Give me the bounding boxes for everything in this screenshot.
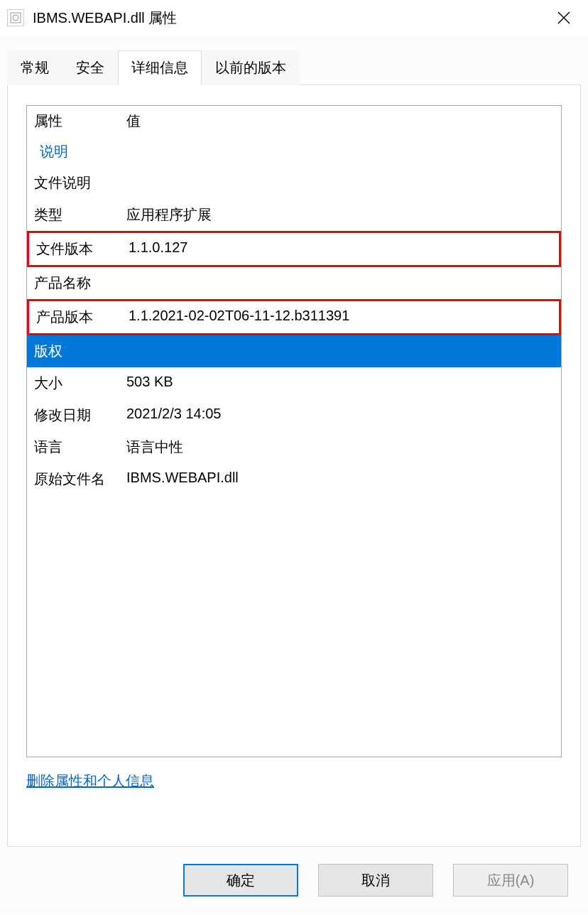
- row-value: 2021/2/3 14:05: [126, 406, 554, 425]
- row-language[interactable]: 语言 语言中性: [27, 431, 561, 463]
- section-description[interactable]: 说明: [27, 136, 561, 167]
- tab-general[interactable]: 常规: [7, 50, 62, 85]
- row-value: [126, 173, 554, 193]
- svg-point-1: [13, 15, 18, 21]
- grid-header-value: 值: [126, 112, 141, 131]
- row-label: 文件说明: [34, 173, 126, 193]
- row-label: 产品名称: [34, 274, 126, 293]
- row-value: [126, 342, 554, 361]
- row-label: 语言: [34, 438, 126, 457]
- tab-details[interactable]: 详细信息: [118, 50, 202, 85]
- row-product-version[interactable]: 产品版本 1.1.2021-02-02T06-11-12.b311391: [27, 299, 561, 335]
- button-bar: 确定 取消 应用(A): [0, 847, 588, 914]
- row-value: 1.1.2021-02-02T06-11-12.b311391: [129, 308, 552, 327]
- grid-header-property: 属性: [34, 112, 126, 131]
- row-label: 版权: [34, 342, 126, 361]
- titlebar: IBMS.WEBAPI.dll 属性: [0, 0, 588, 36]
- row-type[interactable]: 类型 应用程序扩展: [27, 199, 561, 231]
- ok-button[interactable]: 确定: [183, 864, 298, 897]
- svg-rect-0: [11, 13, 21, 23]
- row-value: IBMS.WEBAPI.dll: [126, 470, 554, 489]
- tab-security[interactable]: 安全: [62, 50, 118, 85]
- row-label: 修改日期: [34, 406, 126, 425]
- row-file-version[interactable]: 文件版本 1.1.0.127: [27, 231, 561, 267]
- row-original-filename[interactable]: 原始文件名 IBMS.WEBAPI.dll: [27, 463, 561, 495]
- tab-body: 属性 值 说明 文件说明 类型 应用程序扩展 文件版本 1.1.0.127 产品…: [7, 85, 581, 847]
- app-icon: [7, 9, 24, 26]
- close-button[interactable]: [547, 1, 581, 35]
- row-product-name[interactable]: 产品名称: [27, 267, 561, 299]
- row-label: 类型: [34, 205, 126, 224]
- grid-header: 属性 值: [27, 106, 561, 136]
- row-copyright[interactable]: 版权: [27, 335, 561, 367]
- row-value: [126, 274, 554, 293]
- row-modified-date[interactable]: 修改日期 2021/2/3 14:05: [27, 399, 561, 431]
- row-value: 503 KB: [126, 374, 554, 393]
- row-label: 大小: [34, 374, 126, 393]
- row-size[interactable]: 大小 503 KB: [27, 367, 561, 399]
- tabs: 常规 安全 详细信息 以前的版本: [7, 50, 581, 85]
- row-label: 原始文件名: [34, 470, 126, 489]
- row-value: 语言中性: [126, 438, 554, 457]
- tab-previous-versions[interactable]: 以前的版本: [202, 50, 300, 85]
- row-label: 文件版本: [36, 239, 129, 259]
- row-label: 产品版本: [36, 308, 129, 327]
- window-title: IBMS.WEBAPI.dll 属性: [33, 9, 547, 28]
- content-area: 常规 安全 详细信息 以前的版本 属性 值 说明 文件说明 类型 应用程序扩展 …: [0, 36, 588, 847]
- cancel-button[interactable]: 取消: [318, 864, 433, 897]
- apply-button: 应用(A): [453, 864, 568, 897]
- row-value: 应用程序扩展: [126, 205, 554, 224]
- row-value: 1.1.0.127: [129, 239, 552, 259]
- remove-properties-link[interactable]: 删除属性和个人信息: [26, 771, 154, 791]
- property-grid: 属性 值 说明 文件说明 类型 应用程序扩展 文件版本 1.1.0.127 产品…: [26, 105, 562, 757]
- row-file-description[interactable]: 文件说明: [27, 167, 561, 199]
